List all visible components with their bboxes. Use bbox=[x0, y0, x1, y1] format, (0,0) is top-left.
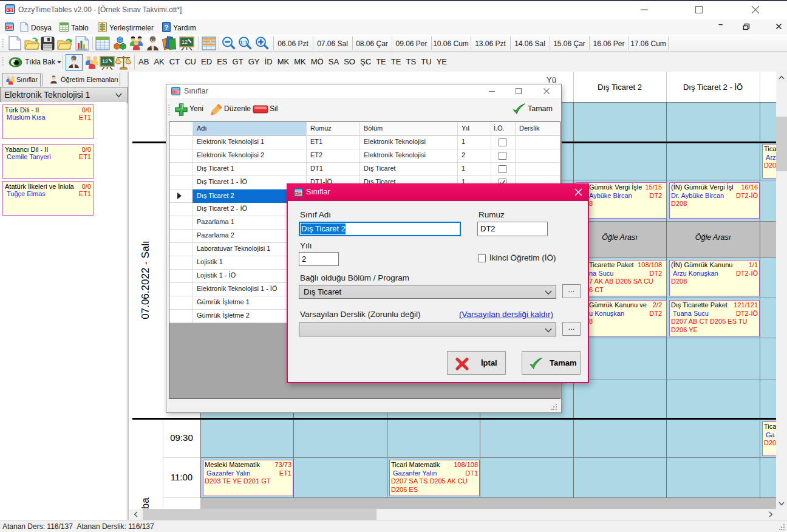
svg-text:1:1: 1:1 bbox=[240, 39, 248, 46]
svg-text:12: 12 bbox=[102, 58, 108, 64]
svg-text:?: ? bbox=[165, 24, 169, 31]
svg-text:12: 12 bbox=[182, 39, 188, 45]
